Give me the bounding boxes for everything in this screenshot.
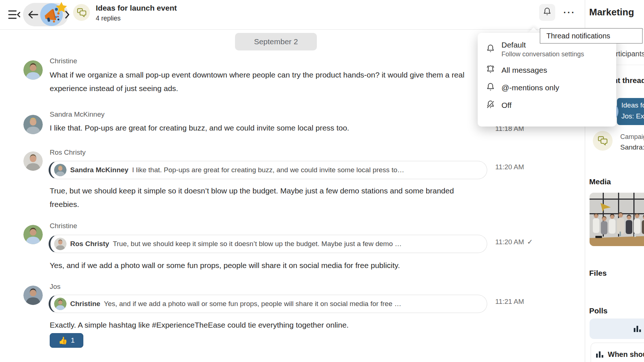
thumbs-up-icon: 👍	[58, 336, 68, 345]
message-timestamp: 11:21 AM	[495, 298, 524, 306]
thread-item-avatar	[593, 131, 613, 151]
bar-chart-icon	[633, 325, 641, 334]
message-text: True, but we should keep it simple so it…	[50, 184, 481, 211]
poll-question: When should	[608, 350, 644, 359]
quoted-text: I like that. Pop-ups are great for creat…	[132, 166, 480, 174]
thread-item-title: Ideas for launch event	[621, 101, 644, 109]
message-timestamp: 11:20 AM✓	[495, 238, 533, 246]
thread-replies-count: 4 replies	[96, 15, 121, 22]
bell-icon	[542, 7, 552, 18]
message-text: What if we organize a small pop-up event…	[50, 68, 481, 95]
menu-item-mentions-only[interactable]: @-mentions only	[478, 79, 616, 97]
message-author[interactable]: Christine	[50, 222, 77, 230]
avatar[interactable]	[23, 60, 43, 80]
reaction-count: 1	[71, 336, 75, 344]
message-text: Exactly. A simple hashtag like #Experien…	[50, 318, 481, 332]
bar-chart-icon	[596, 350, 604, 360]
media-heading: Media	[589, 177, 611, 186]
poll-item[interactable]: When should	[591, 343, 644, 362]
message-timestamp: 11:20 AM	[495, 163, 524, 171]
tooltip: Thread notifications	[540, 28, 643, 44]
channel-name: Marketing	[589, 7, 634, 18]
date-separator: September 2	[235, 33, 317, 50]
polls-heading: Polls	[589, 306, 607, 315]
thread-item-preview[interactable]: Sandra:	[620, 143, 644, 151]
message-author[interactable]: Ros Christy	[50, 148, 86, 157]
avatar[interactable]	[23, 225, 43, 244]
favorite-star-icon	[55, 1, 68, 14]
more-options-button[interactable]: ···	[561, 5, 578, 20]
menu-item-label: @-mentions only	[501, 83, 559, 92]
thread-item-title[interactable]: Campaign	[620, 133, 644, 141]
media-thumbnail[interactable]	[590, 193, 644, 246]
delivered-check-icon: ✓	[527, 238, 533, 246]
app-window: Ideas for launch event 4 replies ··· Sep…	[0, 0, 644, 362]
quoted-author: Sandra McKinney	[70, 166, 128, 174]
menu-item-all-messages[interactable]: All messages	[478, 61, 616, 79]
ellipsis-icon: ···	[564, 7, 576, 18]
bell-off-icon	[486, 100, 495, 111]
bell-ring-icon	[486, 65, 495, 76]
poll-item[interactable]	[590, 318, 644, 339]
collapse-sidebar-icon[interactable]	[8, 10, 20, 20]
thread-notifications-menu: Default Follow conversation settings All…	[478, 33, 616, 127]
thread-icon	[73, 4, 90, 21]
bell-icon	[486, 82, 495, 93]
avatar	[54, 238, 67, 250]
back-button[interactable]	[28, 10, 39, 19]
quoted-message[interactable]: Ros Christy True, but we should keep it …	[49, 235, 487, 253]
message-text: Yes, and if we add a photo wall or some …	[50, 259, 481, 272]
message-author[interactable]: Jos	[50, 283, 61, 291]
menu-item-sublabel: Follow conversation settings	[501, 50, 584, 58]
quoted-author: Christine	[70, 300, 100, 308]
message-author[interactable]: Christine	[50, 57, 77, 65]
thread-notifications-button[interactable]	[539, 4, 555, 21]
menu-item-label: All messages	[501, 66, 547, 75]
quoted-text: Yes, and if we add a photo wall or some …	[104, 300, 480, 308]
message-author[interactable]: Sandra McKinney	[50, 110, 105, 118]
avatar	[54, 298, 67, 310]
avatar[interactable]	[23, 115, 43, 134]
quoted-message[interactable]: Sandra McKinney I like that. Pop-ups are…	[49, 161, 487, 179]
quoted-author: Ros Christy	[70, 240, 109, 248]
message-text: I like that. Pop-ups are great for creat…	[50, 121, 481, 135]
files-heading: Files	[589, 269, 607, 278]
thread-title: Ideas for launch event	[96, 4, 177, 12]
avatar[interactable]	[23, 286, 43, 305]
avatar[interactable]	[23, 151, 43, 171]
avatar	[54, 164, 67, 176]
thread-list-item-selected[interactable]: Ideas for launch event Jos: Exactly. A s…	[617, 98, 644, 125]
quoted-message[interactable]: Christine Yes, and if we add a photo wal…	[49, 295, 487, 313]
menu-item-label: Off	[501, 101, 512, 110]
reaction-chip[interactable]: 👍 1	[50, 333, 83, 348]
quoted-text: True, but we should keep it simple so it…	[113, 240, 480, 248]
bell-icon	[486, 44, 495, 55]
thread-item-preview: Jos: Exactly. A simple hashtag	[621, 112, 644, 120]
menu-item-off[interactable]: Off	[478, 97, 616, 114]
